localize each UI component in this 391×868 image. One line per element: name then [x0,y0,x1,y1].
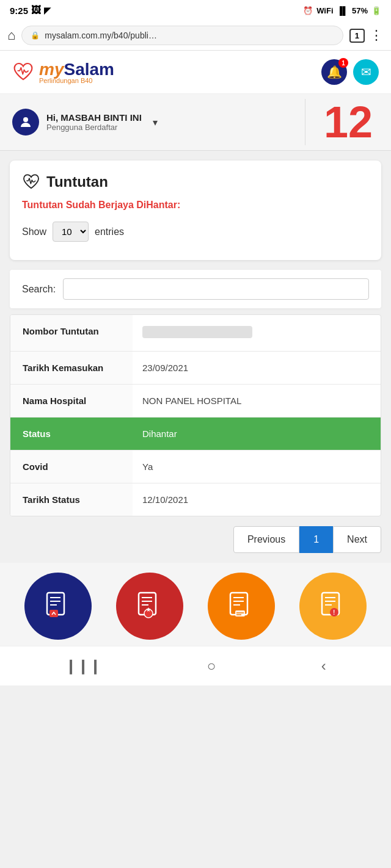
location-icon: ◤ [44,5,51,15]
user-bar: Hi, MASBAH BINTI INI Pengguna Berdaftar … [0,94,391,151]
table-row-status: Status Dihantar [10,418,381,450]
url-text: mysalam.com.my/b40/publi… [45,31,157,40]
notification-button[interactable]: 🔔 1 [321,59,347,85]
dropdown-arrow-icon[interactable]: ▾ [153,117,158,128]
blurred-tuntutan-value [142,326,252,338]
user-info[interactable]: Hi, MASBAH BINTI INI Pengguna Berdaftar … [0,99,305,145]
row-value-tarikh-kemasukan: 23/09/2021 [133,352,381,384]
row-label-nama-hospital: Nama Hospital [10,385,133,417]
tuntutan-heart-icon [22,173,40,191]
previous-button[interactable]: Previous [233,526,299,553]
row-value-nama-hospital: NON PANEL HOSPITAL [133,385,381,417]
table-row: Tarikh Status 12/10/2021 [10,483,381,516]
battery-text: 57% [352,6,368,15]
row-value-covid: Ya [133,450,381,483]
row-label-tarikh-status: Tarikh Status [10,483,133,516]
blue-icon-svg [40,588,76,624]
svg-point-0 [23,117,28,122]
row-label-nombor: Nombor Tuntutan [10,315,133,351]
user-role: Pengguna Berdaftar [46,123,142,132]
nav-home-icon[interactable]: ○ [195,653,228,679]
search-input[interactable] [63,278,369,300]
bottom-icon-orange[interactable] [208,573,275,640]
table-row: Nombor Tuntutan [10,315,381,352]
card-title: Tuntutan [22,173,369,191]
pagination: Previous 1 Next [10,526,381,553]
svg-rect-5 [49,610,58,617]
bottom-icon-blue[interactable] [24,573,92,640]
battery-icon: 🔋 [371,6,381,15]
avatar [12,109,39,136]
row-value-status: Dihantar [133,418,381,450]
logo: mySalam Perlindungan B40 [12,60,114,84]
success-message: Tuntutan Sudah Berjaya DiHantar: [22,200,369,211]
show-label: Show [22,226,46,237]
row-label-tarikh-kemasukan: Tarikh Kemasukan [10,352,133,384]
data-table: Nombor Tuntutan Tarikh Kemasukan 23/09/2… [10,314,381,516]
mail-button[interactable]: ✉ [353,59,379,85]
search-section: Search: [10,270,381,308]
svg-text:!: ! [333,609,335,616]
bottom-navigation: ❙❙❙ ○ ‹ [0,646,391,685]
signal-icon: ▐▌ [337,6,348,15]
nav-back-icon[interactable]: ‹ [309,653,338,679]
alarm-icon: ⏰ [303,6,313,15]
row-value-tarikh-status: 12/10/2021 [133,483,381,516]
more-options-icon[interactable]: ⋮ [370,27,384,43]
browser-bar: ⌂ 🔒 mysalam.com.my/b40/publi… 1 ⋮ [0,21,391,51]
card-title-text: Tuntutan [46,173,108,190]
url-bar[interactable]: 🔒 mysalam.com.my/b40/publi… [21,26,343,45]
row-value-nombor [133,315,381,351]
show-entries-control: Show 10 25 50 entries [22,222,369,242]
entries-label: entries [95,226,124,237]
app-header: mySalam Perlindungan B40 🔔 1 ✉ [0,51,391,94]
bottom-icon-yellow[interactable]: ! [299,573,367,640]
time: 9:25 [10,5,28,16]
table-row: Covid Ya [10,450,381,483]
nav-menu-icon[interactable]: ❙❙❙ [53,653,114,679]
yellow-icon-svg: ! [315,588,351,624]
next-button[interactable]: Next [333,526,381,553]
row-label-status: Status [10,418,133,450]
table-row: Tarikh Kemasukan 23/09/2021 [10,352,381,385]
bell-icon: 🔔 [327,65,342,79]
notification-badge: 1 [338,58,348,68]
user-name: Hi, MASBAH BINTI INI [46,112,142,123]
svg-rect-15 [235,610,245,617]
status-bar: 9:25 🖼 ◤ ⏰ WiFi ▐▌ 57% 🔋 [0,0,391,21]
red-icon-svg [131,588,168,624]
entries-select[interactable]: 10 25 50 [53,222,89,242]
bottom-icons: ! [0,563,391,646]
search-label: Search: [22,284,56,295]
logo-my: my [39,60,64,79]
page-1-button[interactable]: 1 [299,526,333,553]
main-card: Tuntutan Tuntutan Sudah Berjaya DiHantar… [10,161,381,260]
logo-heart-icon [12,61,34,83]
row-label-covid: Covid [10,450,133,483]
lock-icon: 🔒 [31,31,40,40]
mail-icon: ✉ [361,65,371,79]
page-number: 12 [305,94,391,150]
gallery-icon: 🖼 [31,5,41,16]
wifi-icon: WiFi [316,6,333,15]
home-icon[interactable]: ⌂ [7,27,15,43]
logo-salam: Salam [64,60,114,79]
table-row: Nama Hospital NON PANEL HOSPITAL [10,385,381,418]
orange-icon-svg [223,588,260,624]
bottom-icon-red[interactable] [116,573,183,640]
tab-count[interactable]: 1 [349,29,365,43]
